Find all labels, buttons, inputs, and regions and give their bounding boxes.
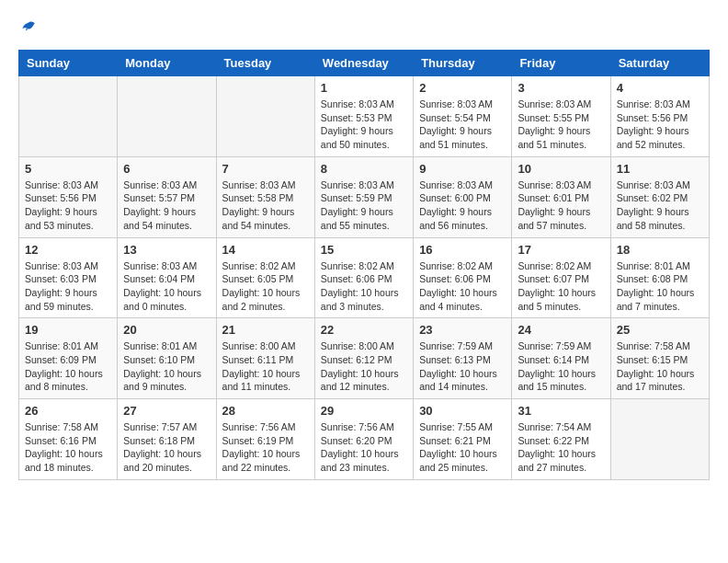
day-info: Sunrise: 8:02 AM Sunset: 6:07 PM Dayligh…: [518, 259, 604, 314]
page-header: [18, 18, 710, 35]
day-info: Sunrise: 8:03 AM Sunset: 5:55 PM Dayligh…: [518, 98, 604, 152]
calendar-cell: 3Sunrise: 8:03 AM Sunset: 5:55 PM Daylig…: [512, 76, 610, 157]
day-info: Sunrise: 8:01 AM Sunset: 6:08 PM Dayligh…: [617, 259, 703, 314]
calendar-table: SundayMondayTuesdayWednesdayThursdayFrid…: [18, 50, 710, 480]
day-info: Sunrise: 8:02 AM Sunset: 6:06 PM Dayligh…: [321, 259, 407, 314]
day-number: 12: [25, 243, 111, 257]
day-info: Sunrise: 8:03 AM Sunset: 5:53 PM Dayligh…: [321, 98, 407, 152]
day-info: Sunrise: 8:01 AM Sunset: 6:10 PM Dayligh…: [123, 339, 210, 394]
header-saturday: Saturday: [610, 51, 709, 76]
header-thursday: Thursday: [414, 51, 512, 76]
day-info: Sunrise: 8:03 AM Sunset: 5:56 PM Dayligh…: [25, 178, 111, 233]
day-info: Sunrise: 7:59 AM Sunset: 6:14 PM Dayligh…: [518, 339, 604, 394]
day-number: 15: [321, 243, 407, 257]
calendar-cell: 5Sunrise: 8:03 AM Sunset: 5:56 PM Daylig…: [19, 156, 118, 237]
week-row-1: 1Sunrise: 8:03 AM Sunset: 5:53 PM Daylig…: [19, 76, 710, 157]
calendar-cell: 9Sunrise: 8:03 AM Sunset: 6:00 PM Daylig…: [414, 156, 512, 237]
day-info: Sunrise: 7:56 AM Sunset: 6:20 PM Dayligh…: [321, 420, 407, 475]
calendar-cell: 16Sunrise: 8:02 AM Sunset: 6:06 PM Dayli…: [414, 237, 512, 318]
day-number: 28: [222, 404, 309, 418]
day-info: Sunrise: 8:03 AM Sunset: 5:54 PM Dayligh…: [419, 98, 506, 152]
day-number: 9: [419, 162, 506, 176]
calendar-cell: 25Sunrise: 7:58 AM Sunset: 6:15 PM Dayli…: [610, 318, 709, 399]
calendar-cell: 15Sunrise: 8:02 AM Sunset: 6:06 PM Dayli…: [314, 237, 413, 318]
day-number: 26: [25, 404, 111, 418]
day-info: Sunrise: 8:03 AM Sunset: 5:56 PM Dayligh…: [617, 98, 703, 152]
calendar-cell: 10Sunrise: 8:03 AM Sunset: 6:01 PM Dayli…: [512, 156, 610, 237]
day-number: 10: [518, 162, 604, 176]
day-info: Sunrise: 8:03 AM Sunset: 5:59 PM Dayligh…: [321, 178, 407, 233]
logo-bird-icon: [20, 18, 37, 35]
calendar-cell: [610, 399, 709, 480]
day-number: 19: [25, 323, 111, 337]
calendar-cell: 12Sunrise: 8:03 AM Sunset: 6:03 PM Dayli…: [19, 237, 118, 318]
day-number: 14: [222, 243, 309, 257]
day-number: 16: [419, 243, 506, 257]
day-number: 7: [222, 162, 309, 176]
day-number: 22: [321, 323, 407, 337]
day-number: 31: [518, 404, 604, 418]
week-row-4: 19Sunrise: 8:01 AM Sunset: 6:09 PM Dayli…: [19, 318, 710, 399]
day-info: Sunrise: 8:03 AM Sunset: 6:01 PM Dayligh…: [518, 178, 604, 233]
day-info: Sunrise: 8:02 AM Sunset: 6:06 PM Dayligh…: [419, 259, 506, 314]
day-info: Sunrise: 7:57 AM Sunset: 6:18 PM Dayligh…: [123, 420, 210, 475]
header-friday: Friday: [512, 51, 610, 76]
day-number: 21: [222, 323, 309, 337]
calendar-header-row: SundayMondayTuesdayWednesdayThursdayFrid…: [19, 51, 710, 76]
calendar-cell: 17Sunrise: 8:02 AM Sunset: 6:07 PM Dayli…: [512, 237, 610, 318]
day-number: 2: [419, 81, 506, 95]
calendar-cell: 20Sunrise: 8:01 AM Sunset: 6:10 PM Dayli…: [118, 318, 216, 399]
calendar-cell: 21Sunrise: 8:00 AM Sunset: 6:11 PM Dayli…: [216, 318, 314, 399]
day-info: Sunrise: 8:00 AM Sunset: 6:11 PM Dayligh…: [222, 339, 309, 394]
day-info: Sunrise: 7:55 AM Sunset: 6:21 PM Dayligh…: [419, 420, 506, 475]
day-number: 1: [321, 81, 407, 95]
week-row-2: 5Sunrise: 8:03 AM Sunset: 5:56 PM Daylig…: [19, 156, 710, 237]
calendar-cell: 31Sunrise: 7:54 AM Sunset: 6:22 PM Dayli…: [512, 399, 610, 480]
day-info: Sunrise: 8:03 AM Sunset: 5:57 PM Dayligh…: [123, 178, 210, 233]
day-info: Sunrise: 8:03 AM Sunset: 6:02 PM Dayligh…: [617, 178, 703, 233]
day-info: Sunrise: 8:02 AM Sunset: 6:05 PM Dayligh…: [222, 259, 309, 314]
calendar-cell: 14Sunrise: 8:02 AM Sunset: 6:05 PM Dayli…: [216, 237, 314, 318]
week-row-5: 26Sunrise: 7:58 AM Sunset: 6:16 PM Dayli…: [19, 399, 710, 480]
calendar-cell: 29Sunrise: 7:56 AM Sunset: 6:20 PM Dayli…: [314, 399, 413, 480]
day-number: 11: [617, 162, 703, 176]
day-number: 4: [617, 81, 703, 95]
calendar-cell: 8Sunrise: 8:03 AM Sunset: 5:59 PM Daylig…: [314, 156, 413, 237]
day-number: 6: [123, 162, 210, 176]
day-info: Sunrise: 7:58 AM Sunset: 6:15 PM Dayligh…: [617, 339, 703, 394]
day-number: 27: [123, 404, 210, 418]
day-number: 23: [419, 323, 506, 337]
day-info: Sunrise: 8:03 AM Sunset: 5:58 PM Dayligh…: [222, 178, 309, 233]
day-info: Sunrise: 8:03 AM Sunset: 6:04 PM Dayligh…: [123, 259, 210, 314]
header-tuesday: Tuesday: [216, 51, 314, 76]
day-info: Sunrise: 8:01 AM Sunset: 6:09 PM Dayligh…: [25, 339, 111, 394]
calendar-cell: 1Sunrise: 8:03 AM Sunset: 5:53 PM Daylig…: [314, 76, 413, 157]
header-sunday: Sunday: [19, 51, 118, 76]
day-info: Sunrise: 7:59 AM Sunset: 6:13 PM Dayligh…: [419, 339, 506, 394]
calendar-cell: 30Sunrise: 7:55 AM Sunset: 6:21 PM Dayli…: [414, 399, 512, 480]
day-info: Sunrise: 7:56 AM Sunset: 6:19 PM Dayligh…: [222, 420, 309, 475]
day-number: 25: [617, 323, 703, 337]
day-number: 20: [123, 323, 210, 337]
calendar-cell: [118, 76, 216, 157]
calendar-cell: [216, 76, 314, 157]
day-info: Sunrise: 7:54 AM Sunset: 6:22 PM Dayligh…: [518, 420, 604, 475]
calendar-cell: 28Sunrise: 7:56 AM Sunset: 6:19 PM Dayli…: [216, 399, 314, 480]
day-number: 13: [123, 243, 210, 257]
day-number: 5: [25, 162, 111, 176]
calendar-cell: 24Sunrise: 7:59 AM Sunset: 6:14 PM Dayli…: [512, 318, 610, 399]
week-row-3: 12Sunrise: 8:03 AM Sunset: 6:03 PM Dayli…: [19, 237, 710, 318]
calendar-cell: 18Sunrise: 8:01 AM Sunset: 6:08 PM Dayli…: [610, 237, 709, 318]
calendar-cell: 22Sunrise: 8:00 AM Sunset: 6:12 PM Dayli…: [314, 318, 413, 399]
calendar-cell: 4Sunrise: 8:03 AM Sunset: 5:56 PM Daylig…: [610, 76, 709, 157]
logo: [18, 18, 37, 35]
calendar-cell: 23Sunrise: 7:59 AM Sunset: 6:13 PM Dayli…: [414, 318, 512, 399]
calendar-cell: 11Sunrise: 8:03 AM Sunset: 6:02 PM Dayli…: [610, 156, 709, 237]
calendar-cell: 19Sunrise: 8:01 AM Sunset: 6:09 PM Dayli…: [19, 318, 118, 399]
day-number: 30: [419, 404, 506, 418]
calendar-cell: 13Sunrise: 8:03 AM Sunset: 6:04 PM Dayli…: [118, 237, 216, 318]
day-info: Sunrise: 8:03 AM Sunset: 6:03 PM Dayligh…: [25, 259, 111, 314]
header-wednesday: Wednesday: [314, 51, 413, 76]
day-number: 29: [321, 404, 407, 418]
day-number: 3: [518, 81, 604, 95]
